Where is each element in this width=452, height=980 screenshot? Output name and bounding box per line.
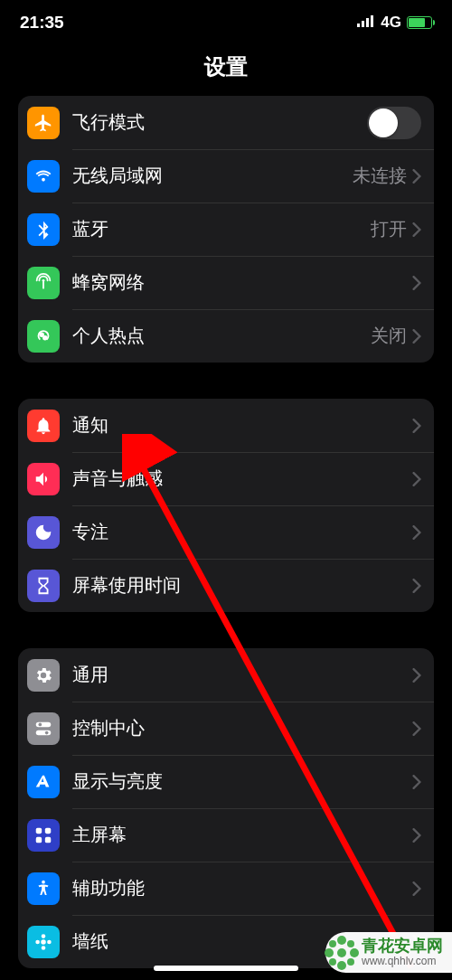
svg-point-20 [35,939,40,944]
row-hotspot[interactable]: 个人热点 关闭 [18,309,434,363]
row-hotspot-value: 关闭 [371,324,407,348]
chevron-right-icon [412,579,421,593]
svg-rect-14 [36,836,42,842]
home-indicator [154,966,298,971]
svg-point-6 [40,333,43,336]
settings-group-general: 通用 控制中心 显示与亮度 主屏幕 [18,648,434,968]
svg-point-24 [337,936,346,945]
svg-point-16 [42,880,45,883]
row-wifi-value: 未连接 [353,164,407,188]
svg-point-31 [347,958,354,966]
chevron-right-icon [412,775,421,789]
row-hotspot-label: 个人热点 [72,324,371,348]
row-sound[interactable]: 声音与触感 [18,452,434,505]
settings-list[interactable]: 飞行模式 无线局域网 未连接 蓝牙 打开 蜂窝网络 [0,89,452,980]
row-general[interactable]: 通用 [18,648,434,702]
svg-rect-12 [36,827,42,833]
row-wifi[interactable]: 无线局域网 未连接 [18,149,434,203]
row-screentime[interactable]: 屏幕使用时间 [18,559,434,612]
speaker-icon [27,463,60,495]
hourglass-icon [27,570,60,602]
chevron-right-icon [412,222,421,237]
row-control-label: 控制中心 [72,716,412,740]
row-bluetooth-value: 打开 [371,217,407,241]
sliders-icon [27,712,60,745]
chevron-right-icon [412,828,421,843]
svg-point-19 [42,946,46,950]
page-title: 设置 [0,45,452,89]
settings-group-alerts: 通知 声音与触感 专注 屏幕使用时间 [18,399,434,612]
row-screentime-label: 屏幕使用时间 [72,573,412,598]
chevron-right-icon [412,721,421,736]
svg-rect-0 [357,24,360,27]
svg-point-18 [42,934,46,938]
settings-group-connectivity: 飞行模式 无线局域网 未连接 蓝牙 打开 蜂窝网络 [18,96,434,363]
bluetooth-icon [27,213,60,246]
row-bluetooth[interactable]: 蓝牙 打开 [18,203,434,256]
watermark-title: 青花安卓网 [362,938,443,956]
svg-point-25 [337,961,346,970]
svg-point-29 [347,940,354,947]
bell-icon [27,410,60,442]
row-home-label: 主屏幕 [72,823,412,847]
hotspot-icon [27,320,60,353]
svg-point-17 [41,939,46,945]
row-bluetooth-label: 蓝牙 [72,217,371,241]
flower-icon [27,926,60,958]
cellular-icon [27,267,60,299]
row-notifications-label: 通知 [72,413,412,438]
row-display[interactable]: 显示与亮度 [18,755,434,808]
chevron-right-icon [412,472,421,486]
svg-point-11 [45,730,49,734]
svg-rect-2 [366,18,369,27]
svg-rect-13 [45,827,51,833]
airplane-icon [27,107,60,139]
row-accessibility-label: 辅助功能 [72,876,412,900]
chevron-right-icon [412,169,421,184]
svg-rect-3 [371,15,373,27]
row-cellular[interactable]: 蜂窝网络 [18,256,434,309]
status-time: 21:35 [20,13,64,33]
row-cellular-label: 蜂窝网络 [72,270,412,295]
row-airplane-label: 飞行模式 [72,110,367,135]
watermark-logo-icon [322,933,362,973]
status-indicators: 4G [357,14,432,32]
chevron-right-icon [412,668,421,683]
svg-point-7 [43,336,47,340]
row-sound-label: 声音与触感 [72,466,412,491]
watermark: 青花安卓网 www.qhhlv.com [325,932,452,973]
row-focus[interactable]: 专注 [18,505,434,559]
chevron-right-icon [412,276,421,290]
status-bar: 21:35 4G [0,0,452,45]
svg-rect-5 [42,281,44,288]
airplane-toggle[interactable] [367,107,421,139]
accessibility-icon [27,872,60,905]
svg-point-10 [39,722,42,726]
row-notifications[interactable]: 通知 [18,399,434,452]
battery-charging-icon [407,16,432,29]
moon-icon [27,516,60,549]
signal-bars-icon [357,14,375,32]
gear-icon [27,659,60,692]
row-wifi-label: 无线局域网 [72,164,353,188]
network-label: 4G [381,14,401,32]
row-airplane[interactable]: 飞行模式 [18,96,434,149]
svg-point-27 [350,948,359,957]
row-control[interactable]: 控制中心 [18,702,434,755]
wifi-icon [27,160,60,193]
row-home[interactable]: 主屏幕 [18,808,434,862]
chevron-right-icon [412,329,421,344]
row-focus-label: 专注 [72,520,412,544]
svg-point-28 [329,940,336,947]
svg-point-21 [47,939,52,944]
chevron-right-icon [412,881,421,896]
watermark-url: www.qhhlv.com [362,956,443,967]
svg-point-26 [325,948,334,957]
text-size-icon [27,766,60,798]
svg-rect-8 [36,721,52,727]
chevron-right-icon [412,525,421,540]
svg-point-30 [329,958,336,966]
row-accessibility[interactable]: 辅助功能 [18,862,434,915]
svg-rect-15 [45,836,51,842]
chevron-right-icon [412,419,421,433]
